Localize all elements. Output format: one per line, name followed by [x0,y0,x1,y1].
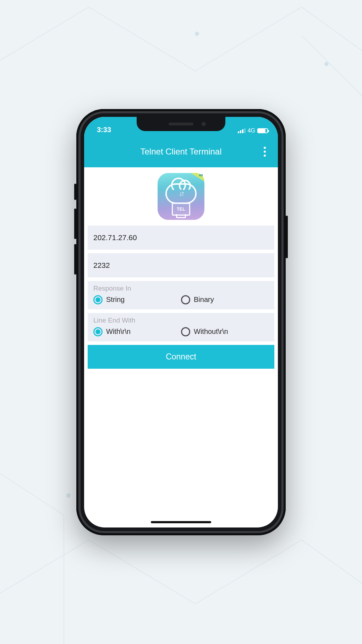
line-end-with-radio[interactable]: With\r\n [93,327,181,336]
radio-label: String [106,296,125,304]
home-indicator[interactable] [151,521,211,523]
status-time: 3:33 [97,126,111,134]
cloud-icon: ↓↑ [165,183,197,204]
app-logo-icon: ↓↑ TEL [158,173,204,220]
phone-notch [137,117,225,131]
connect-button[interactable]: Connect [88,345,274,369]
side-button [74,244,76,275]
more-menu-button[interactable] [259,145,270,159]
side-button [74,209,76,239]
side-button [286,216,288,258]
monitor-label: TEL [177,207,185,212]
host-input[interactable] [88,226,274,250]
radio-selected-icon [93,295,103,304]
radio-selected-icon [93,327,103,336]
svg-point-2 [324,62,329,66]
up-down-arrows-icon: ↓↑ [179,189,183,197]
speaker-grill [169,123,193,125]
network-label: 4G [248,128,255,134]
side-button [74,184,76,200]
svg-point-0 [195,32,199,36]
radio-label: Without\r\n [194,328,228,336]
phone-screen: 3:33 4G Telnet Client Terminal ↓↑ [84,117,278,527]
radio-unselected-icon [181,327,190,336]
line-end-without-radio[interactable]: Without\r\n [181,327,269,336]
page-title: Telnet Client Terminal [141,147,222,157]
infinity-badge-icon [190,173,204,182]
phone-device-frame: 3:33 4G Telnet Client Terminal ↓↑ [76,109,286,535]
line-end-label: Line End With [93,316,269,324]
radio-unselected-icon [181,295,190,304]
response-in-label: Response In [93,285,269,292]
response-in-group: Response In String Binary [88,281,274,309]
response-in-string-radio[interactable]: String [93,295,181,304]
radio-label: Binary [194,296,214,304]
port-input[interactable] [88,253,274,277]
response-in-binary-radio[interactable]: Binary [181,295,269,304]
line-end-group: Line End With With\r\n Without\r\n [88,313,274,341]
battery-icon [257,128,268,133]
front-camera [202,122,206,126]
radio-label: With\r\n [106,328,131,336]
svg-point-1 [66,493,71,498]
monitor-icon: TEL [172,203,190,216]
signal-icon [238,128,246,133]
